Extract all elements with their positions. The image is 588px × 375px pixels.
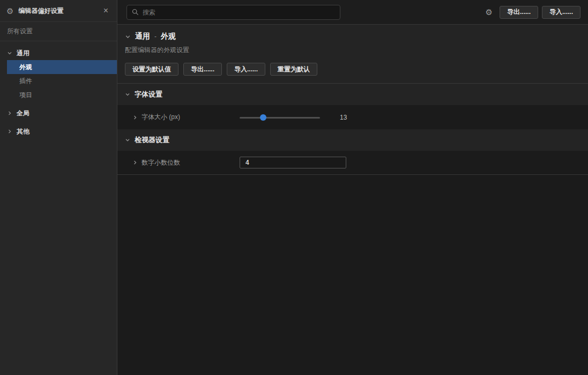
- settings-sidebar: ⚙ 编辑器偏好设置 × 所有设置 通用 外观 插件 项目: [0, 0, 117, 375]
- setting-label-group[interactable]: 数字小数位数: [132, 158, 240, 167]
- set-default-button[interactable]: 设置为默认值: [125, 63, 178, 76]
- page-actions: 设置为默认值 导出...... 导入...... 重置为默认: [125, 63, 580, 76]
- search-icon: [132, 9, 139, 16]
- item-label: 外观: [19, 63, 32, 72]
- section-inspector-settings[interactable]: 检视器设置: [117, 129, 588, 151]
- export-button[interactable]: 导出......: [500, 6, 538, 19]
- sidebar-group-global[interactable]: 全局: [0, 106, 117, 120]
- sidebar-group-other[interactable]: 其他: [0, 124, 117, 138]
- reset-default-button[interactable]: 重置为默认: [270, 63, 317, 76]
- font-size-row: 字体大小 (px) 13: [117, 105, 588, 129]
- font-size-slider[interactable]: [240, 114, 320, 121]
- breadcrumb-group: 通用: [135, 32, 150, 41]
- sidebar-item-project[interactable]: 项目: [7, 88, 117, 102]
- close-icon[interactable]: ×: [101, 5, 110, 16]
- settings-gear-icon[interactable]: ⚙: [486, 8, 493, 16]
- page-header: 通用 - 外观 配置编辑器的外观设置 设置为默认值 导出...... 导入...…: [117, 25, 588, 84]
- setting-label-group[interactable]: 字体大小 (px): [132, 113, 240, 122]
- sidebar-item-appearance[interactable]: 外观: [7, 60, 117, 74]
- breadcrumb: 通用 - 外观: [125, 32, 580, 41]
- search-box[interactable]: [126, 5, 340, 20]
- chevron-right-icon: [132, 160, 138, 165]
- item-label: 插件: [19, 77, 32, 86]
- gear-icon: ⚙: [6, 7, 13, 15]
- chevron-right-icon: [132, 115, 138, 120]
- group-label: 其他: [17, 127, 29, 136]
- group-label: 通用: [17, 49, 29, 58]
- import-settings-button[interactable]: 导入......: [227, 63, 265, 76]
- decimal-places-label: 数字小数位数: [142, 158, 180, 167]
- decimal-places-row: 数字小数位数: [117, 151, 588, 175]
- top-toolbar: ⚙ 导出...... 导入......: [117, 0, 588, 25]
- font-size-label: 字体大小 (px): [142, 113, 180, 122]
- section-title: 字体设置: [135, 90, 162, 99]
- empty-content-area: [117, 175, 588, 375]
- section-font-settings[interactable]: 字体设置: [117, 84, 588, 105]
- chevron-down-icon: [125, 137, 130, 143]
- breadcrumb-separator: -: [154, 33, 157, 40]
- all-settings-label: 所有设置: [7, 27, 33, 36]
- chevron-down-icon: [7, 50, 12, 56]
- slider-track[interactable]: [240, 117, 320, 119]
- page-subtitle: 配置编辑器的外观设置: [125, 46, 580, 55]
- all-settings-item[interactable]: 所有设置: [0, 22, 117, 41]
- preferences-window: ⚙ 编辑器偏好设置 × 所有设置 通用 外观 插件 项目: [0, 0, 588, 375]
- sidebar-group-general[interactable]: 通用: [0, 46, 117, 60]
- window-title: 编辑器偏好设置: [18, 6, 63, 16]
- slider-thumb[interactable]: [260, 114, 266, 121]
- search-input[interactable]: [143, 9, 335, 16]
- chevron-right-icon: [7, 129, 12, 134]
- group-label: 全局: [17, 109, 29, 118]
- export-settings-button[interactable]: 导出......: [183, 63, 222, 76]
- chevron-down-icon[interactable]: [125, 34, 131, 40]
- chevron-down-icon: [125, 92, 130, 97]
- decimal-places-input[interactable]: [240, 157, 346, 168]
- font-size-value: 13: [340, 114, 347, 121]
- item-label: 项目: [19, 91, 32, 100]
- sidebar-item-plugins[interactable]: 插件: [7, 74, 117, 88]
- settings-main: ⚙ 导出...... 导入...... 通用 - 外观 配置编辑器的外观设置 设…: [117, 0, 588, 375]
- sidebar-header: ⚙ 编辑器偏好设置 ×: [0, 0, 117, 22]
- chevron-right-icon: [7, 111, 12, 116]
- import-button[interactable]: 导入......: [542, 6, 580, 19]
- page-title: 外观: [161, 32, 176, 41]
- settings-tree: 通用 外观 插件 项目 全局 其他: [0, 41, 117, 138]
- section-title: 检视器设置: [135, 135, 169, 145]
